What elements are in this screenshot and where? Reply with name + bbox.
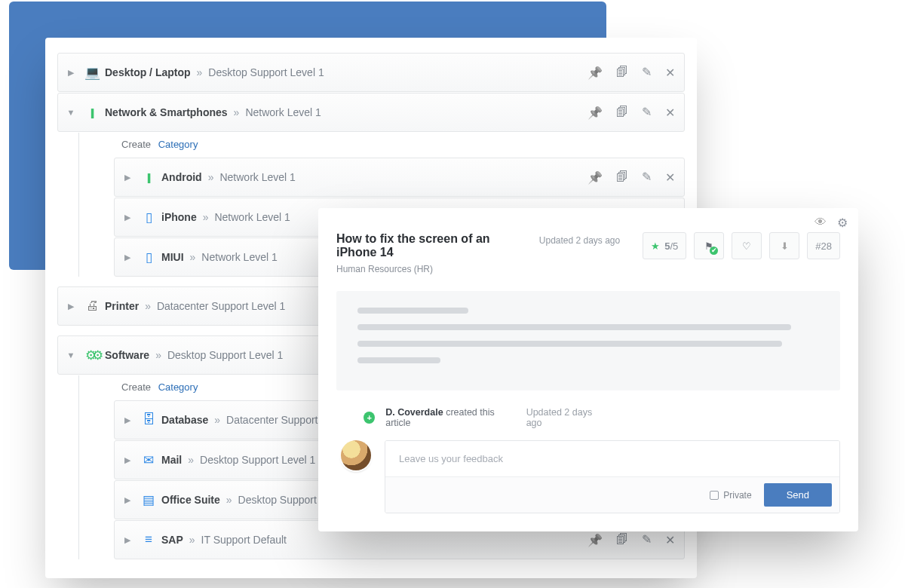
- expand-icon[interactable]: ▶: [63, 68, 79, 78]
- phone-icon: [136, 250, 161, 265]
- expand-icon[interactable]: ▶: [119, 213, 136, 222]
- delete-icon[interactable]: [665, 170, 675, 185]
- row-path: Desktop Support Level 1: [167, 349, 283, 361]
- rating-pill[interactable]: 5 /5: [643, 232, 686, 259]
- article-number[interactable]: #28: [807, 232, 840, 259]
- download-icon: [781, 240, 789, 252]
- pin-icon[interactable]: [587, 533, 603, 547]
- row-title: Network & Smartphones: [105, 106, 228, 118]
- phone-icon: [136, 210, 161, 225]
- printer-icon: [79, 299, 105, 314]
- send-button[interactable]: Send: [764, 483, 832, 507]
- row-path: Desktop Support Level 1: [208, 66, 324, 78]
- expand-icon[interactable]: ▶: [119, 415, 136, 425]
- row-title: Android: [161, 171, 202, 183]
- copy-icon[interactable]: [616, 66, 628, 80]
- phone-icon: [79, 105, 105, 121]
- database-icon: [136, 412, 161, 427]
- edit-icon[interactable]: [642, 106, 652, 120]
- create-category-link[interactable]: Category: [158, 139, 198, 150]
- row-path: Datacenter Support Level 1: [157, 300, 285, 312]
- article-body-placeholder: [336, 291, 840, 390]
- private-toggle[interactable]: Private: [710, 490, 751, 501]
- row-title: Printer: [105, 300, 139, 312]
- expand-icon[interactable]: ▶: [119, 173, 136, 182]
- flag-pill[interactable]: [694, 232, 724, 259]
- expand-icon[interactable]: ▶: [119, 535, 136, 545]
- create-label: Create: [121, 139, 151, 150]
- collapse-icon[interactable]: ▼: [63, 108, 79, 117]
- phone-icon: [136, 170, 161, 185]
- row-title: MIUI: [161, 251, 184, 263]
- expand-icon[interactable]: ▶: [63, 302, 79, 311]
- gears-icon: [79, 348, 105, 363]
- feedback-box: Private Send: [385, 440, 840, 513]
- laptop-icon: [79, 65, 105, 81]
- plus-icon: +: [364, 412, 375, 424]
- pin-icon[interactable]: [587, 106, 603, 120]
- breadcrumb-sep: »: [234, 106, 240, 118]
- row-path: Network Level 1: [214, 211, 290, 223]
- download-pill[interactable]: [769, 232, 799, 259]
- article-updated: Updated 2 days ago: [539, 232, 620, 246]
- create-category-line: Create Category: [79, 133, 685, 158]
- breadcrumb-sep: »: [197, 66, 203, 78]
- delete-icon[interactable]: [665, 106, 675, 120]
- favorite-pill[interactable]: [732, 232, 762, 259]
- edit-icon[interactable]: [642, 170, 652, 185]
- row-title: iPhone: [161, 211, 197, 223]
- lines-icon: [136, 532, 161, 547]
- flag-icon: [704, 240, 713, 252]
- word-icon: [136, 492, 161, 508]
- user-avatar: [341, 440, 371, 470]
- row-path: Network Level 1: [201, 251, 277, 263]
- heart-icon: [742, 240, 751, 252]
- feedback-input[interactable]: [385, 441, 839, 476]
- article-department: Human Resources (HR): [336, 264, 526, 274]
- row-path: Network Level 1: [245, 106, 321, 118]
- star-icon: [651, 240, 660, 252]
- edit-icon[interactable]: [642, 533, 652, 547]
- edit-icon[interactable]: [642, 66, 652, 80]
- delete-icon[interactable]: [665, 533, 675, 547]
- expand-icon[interactable]: ▶: [119, 455, 136, 465]
- checkbox-icon[interactable]: [710, 491, 719, 500]
- row-title: Software: [105, 349, 149, 361]
- article-panel: How to fix the screen of an iPhone 14 Hu…: [318, 208, 858, 531]
- row-path: Network Level 1: [219, 171, 295, 183]
- tree-row-android[interactable]: ▶ Android » Network Level 1: [114, 158, 685, 197]
- copy-icon[interactable]: [616, 533, 628, 547]
- expand-icon[interactable]: ▶: [119, 495, 136, 505]
- article-author-line: + D. Coverdale created this article Upda…: [364, 407, 840, 428]
- visibility-icon[interactable]: [814, 216, 827, 230]
- article-title: How to fix the screen of an iPhone 14: [336, 232, 526, 259]
- pin-icon[interactable]: [587, 66, 603, 80]
- collapse-icon[interactable]: ▼: [63, 351, 79, 360]
- pin-icon[interactable]: [587, 170, 603, 185]
- expand-icon[interactable]: ▶: [119, 253, 136, 262]
- tree-row-desktop[interactable]: ▶ Desktop / Laptop » Desktop Support Lev…: [57, 53, 685, 92]
- copy-icon[interactable]: [616, 106, 628, 120]
- delete-icon[interactable]: [665, 66, 675, 80]
- create-category-link[interactable]: Category: [158, 381, 198, 393]
- settings-icon[interactable]: [837, 216, 848, 230]
- row-title: Desktop / Laptop: [105, 66, 191, 78]
- copy-icon[interactable]: [616, 170, 628, 185]
- mail-icon: [136, 452, 161, 468]
- tree-row-network[interactable]: ▼ Network & Smartphones » Network Level …: [57, 93, 685, 132]
